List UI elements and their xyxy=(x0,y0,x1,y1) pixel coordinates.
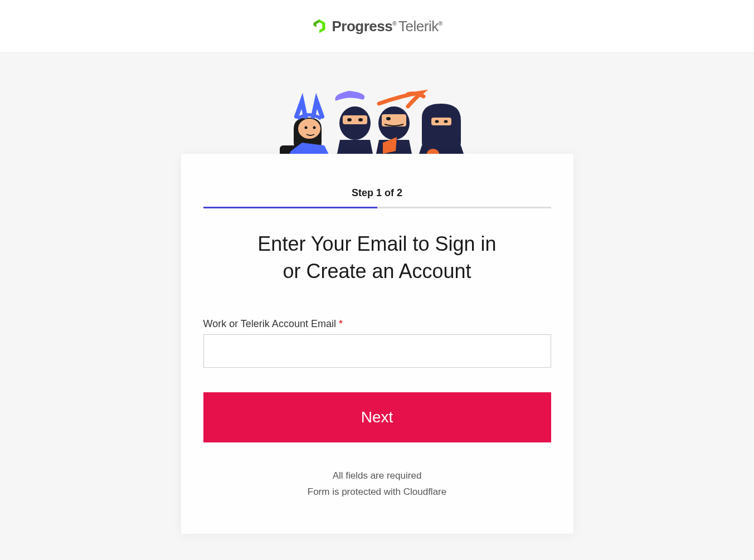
progress-bar xyxy=(203,207,551,208)
svg-rect-12 xyxy=(431,118,451,125)
ninja-character-2 xyxy=(335,91,374,162)
brand-name: Progress®Telerik® xyxy=(332,18,442,35)
heading-line-2: or Create an Account xyxy=(283,260,471,283)
email-field[interactable] xyxy=(203,334,551,368)
progress-fill xyxy=(203,207,377,208)
main-content: Step 1 of 2 Enter Your Email to Sign in … xyxy=(0,53,754,560)
svg-point-13 xyxy=(435,120,439,123)
svg-point-2 xyxy=(304,126,307,129)
ninjas-illustration xyxy=(274,90,480,162)
svg-point-7 xyxy=(358,118,363,121)
heading-line-1: Enter Your Email to Sign in xyxy=(257,232,496,255)
brand-logo[interactable]: Progress®Telerik® xyxy=(312,18,442,35)
svg-point-3 xyxy=(313,126,315,129)
ninja-character-3 xyxy=(374,92,424,162)
page-header: Progress®Telerik® xyxy=(0,0,754,53)
svg-point-6 xyxy=(347,118,352,121)
svg-point-14 xyxy=(444,120,447,123)
ninja-character-1 xyxy=(280,101,333,162)
email-label: Work or Telerik Account Email * xyxy=(203,318,551,330)
form-footer-notes: All fields are required Form is protecte… xyxy=(203,468,551,500)
required-indicator: * xyxy=(339,318,343,329)
svg-point-10 xyxy=(386,117,391,120)
signin-card: Step 1 of 2 Enter Your Email to Sign in … xyxy=(181,154,573,534)
svg-rect-5 xyxy=(343,115,367,124)
progress-icon xyxy=(312,18,327,34)
required-note: All fields are required xyxy=(203,468,551,484)
cloudflare-note: Form is protected with Cloudflare xyxy=(203,484,551,500)
step-indicator: Step 1 of 2 xyxy=(203,187,551,199)
page-title: Enter Your Email to Sign in or Create an… xyxy=(203,231,551,285)
next-button[interactable]: Next xyxy=(203,392,551,442)
